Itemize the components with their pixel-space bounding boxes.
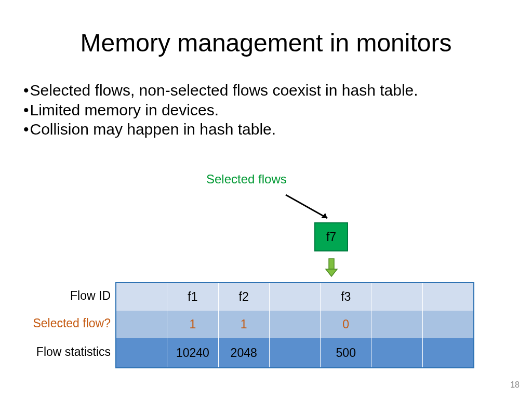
cell — [116, 283, 167, 311]
cell: 1 — [167, 311, 218, 338]
cell — [371, 311, 422, 338]
row-label-selected-flow: Selected flow? — [31, 310, 117, 337]
cell: 0 — [321, 311, 371, 338]
cell — [423, 338, 473, 367]
cell: f3 — [321, 283, 371, 311]
cell — [270, 283, 321, 311]
cell: 10240 — [167, 338, 218, 367]
row-selected-flow: 1 1 0 — [116, 311, 473, 338]
cell — [371, 283, 422, 311]
svg-line-0 — [286, 195, 327, 218]
row-label-flow-statistics: Flow statistics — [31, 337, 117, 366]
page-number: 18 — [510, 380, 520, 390]
bullet-item: •Selected flows, non-selected flows coex… — [23, 81, 532, 100]
row-flow-statistics: 10240 2048 500 — [116, 338, 473, 367]
down-arrow-icon — [325, 258, 338, 277]
incoming-flow-box: f7 — [314, 222, 348, 251]
row-labels-column: Flow ID Selected flow? Flow statistics — [31, 282, 117, 366]
row-flow-id: f1 f2 f3 — [116, 283, 473, 311]
cell — [116, 338, 167, 367]
cell: 2048 — [219, 338, 270, 367]
cell: f1 — [167, 283, 218, 311]
bullet-text: Limited memory in devices. — [30, 101, 219, 118]
cell: 500 — [321, 338, 371, 367]
bullet-text: Selected flows, non-selected flows coexi… — [30, 82, 418, 99]
selected-flows-label: Selected flows — [206, 172, 287, 187]
bullet-item: •Limited memory in devices. — [23, 100, 532, 120]
bullet-text: Collision may happen in hash table. — [30, 121, 276, 138]
cell: f2 — [219, 283, 270, 311]
svg-rect-2 — [329, 259, 334, 269]
slide-title: Memory management in monitors — [0, 0, 532, 57]
cell — [270, 311, 321, 338]
arrow-icon — [281, 192, 338, 223]
cell — [116, 311, 167, 338]
cell — [270, 338, 321, 367]
cell — [371, 338, 422, 367]
row-label-flow-id: Flow ID — [31, 282, 117, 310]
bullet-list: •Selected flows, non-selected flows coex… — [23, 81, 532, 139]
svg-marker-3 — [326, 269, 337, 276]
cell: 1 — [219, 311, 270, 338]
cell — [423, 311, 473, 338]
hash-table: f1 f2 f3 1 1 0 10240 2048 500 — [115, 282, 474, 368]
cell — [423, 283, 473, 311]
bullet-item: •Collision may happen in hash table. — [23, 119, 532, 139]
